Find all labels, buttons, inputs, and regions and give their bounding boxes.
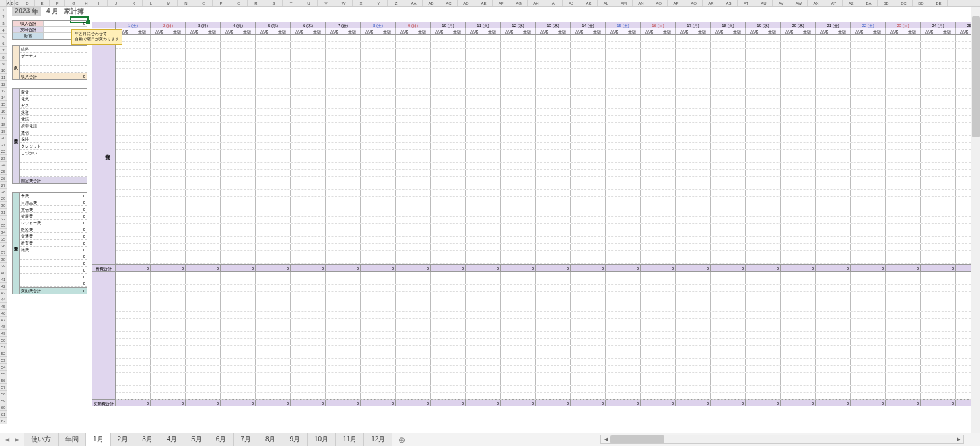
grid-cell[interactable] — [378, 298, 396, 305]
grid-cell[interactable] — [151, 278, 168, 284]
hscroll-thumb[interactable] — [610, 435, 664, 443]
grid-cell[interactable] — [781, 237, 798, 243]
grid-cell[interactable] — [798, 190, 816, 196]
grid-cell[interactable] — [571, 123, 588, 129]
grid-cell[interactable] — [641, 136, 658, 142]
grid-cell[interactable] — [308, 319, 326, 325]
grid-cell[interactable] — [221, 156, 238, 162]
grid-cell[interactable] — [676, 82, 693, 88]
grid-cell[interactable] — [588, 319, 606, 325]
grid-cell[interactable] — [518, 359, 536, 365]
grid-cell[interactable] — [728, 278, 746, 284]
grid-cell[interactable] — [343, 298, 361, 305]
grid-cell[interactable] — [728, 129, 746, 135]
grid-cell[interactable] — [606, 292, 623, 298]
grid-cell[interactable] — [938, 359, 956, 365]
grid-cell[interactable] — [518, 163, 536, 169]
grid-cell[interactable] — [133, 163, 151, 169]
grid-cell[interactable] — [903, 96, 921, 102]
grid-cell[interactable] — [641, 352, 658, 358]
grid-cell[interactable] — [588, 55, 606, 61]
grid-cell[interactable] — [798, 96, 816, 102]
grid-cell[interactable] — [746, 332, 763, 338]
box-item-label[interactable]: 通信 — [20, 129, 50, 135]
grid-cell[interactable] — [763, 49, 781, 55]
grid-cell[interactable] — [273, 393, 291, 399]
grid-cell[interactable] — [938, 393, 956, 399]
grid-cell[interactable] — [676, 183, 693, 189]
grid-cell[interactable] — [326, 150, 343, 156]
grid-cell[interactable] — [501, 298, 518, 305]
grid-cell[interactable] — [448, 278, 466, 284]
grid-cell[interactable] — [606, 129, 623, 135]
grid-cell[interactable] — [151, 49, 168, 55]
grid-cell[interactable] — [413, 393, 431, 399]
grid-cell[interactable] — [798, 109, 816, 115]
grid-cell[interactable] — [483, 170, 501, 176]
grid-cell[interactable] — [501, 224, 518, 230]
box-item-value[interactable]: 0 — [50, 260, 87, 266]
grid-cell[interactable] — [343, 272, 361, 278]
col-header-AF[interactable]: AF — [493, 0, 510, 6]
grid-cell[interactable] — [361, 102, 378, 108]
grid-cell[interactable] — [553, 230, 571, 236]
grid-cell[interactable] — [343, 170, 361, 176]
grid-cell[interactable] — [116, 177, 133, 183]
grid-cell[interactable] — [886, 217, 903, 223]
grid-cell[interactable] — [431, 190, 448, 196]
grid-cell[interactable] — [833, 230, 851, 236]
grid-cell[interactable] — [168, 366, 186, 372]
grid-cell[interactable] — [641, 319, 658, 325]
grid-cell[interactable] — [483, 156, 501, 162]
grid-cell[interactable] — [483, 346, 501, 352]
sheet-tab-1月[interactable]: 1月 — [86, 433, 111, 447]
grid-cell[interactable] — [431, 230, 448, 236]
grid-cell[interactable] — [238, 102, 256, 108]
grid-cell[interactable] — [326, 183, 343, 189]
grid-cell[interactable] — [431, 183, 448, 189]
grid-cell[interactable] — [448, 285, 466, 291]
grid-cell[interactable] — [413, 129, 431, 135]
grid-cell[interactable] — [868, 190, 886, 196]
grid-cell[interactable] — [571, 393, 588, 399]
grid-cell[interactable] — [711, 373, 728, 379]
grid-cell[interactable] — [221, 332, 238, 338]
grid-cell[interactable] — [693, 373, 711, 379]
grid-cell[interactable] — [518, 251, 536, 257]
grid-cell[interactable] — [466, 292, 483, 298]
grid-cell[interactable] — [396, 136, 413, 142]
grid-cell[interactable] — [431, 55, 448, 61]
grid-cell[interactable] — [571, 210, 588, 216]
grid-cell[interactable] — [658, 319, 676, 325]
grid-cell[interactable] — [378, 319, 396, 325]
grid-cell[interactable] — [938, 325, 956, 331]
grid-cell[interactable] — [816, 224, 833, 230]
grid-cell[interactable] — [921, 292, 938, 298]
grid-cell[interactable] — [273, 96, 291, 102]
grid-cell[interactable] — [186, 177, 203, 183]
grid-cell[interactable] — [501, 109, 518, 115]
grid-cell[interactable] — [571, 82, 588, 88]
grid-cell[interactable] — [291, 386, 308, 392]
grid-cell[interactable] — [728, 237, 746, 243]
grid-cell[interactable] — [256, 42, 273, 48]
grid-cell[interactable] — [238, 210, 256, 216]
grid-cell[interactable] — [361, 143, 378, 149]
grid-cell[interactable] — [676, 102, 693, 108]
grid-cell[interactable] — [448, 305, 466, 311]
grid-cell[interactable] — [553, 150, 571, 156]
grid-cell[interactable] — [798, 102, 816, 108]
grid-cell[interactable] — [921, 75, 938, 82]
grid-cell[interactable] — [553, 373, 571, 379]
col-header-AJ[interactable]: AJ — [563, 0, 580, 6]
grid-cell[interactable] — [378, 82, 396, 88]
grid-cell[interactable] — [781, 224, 798, 230]
grid-cell[interactable] — [536, 366, 553, 372]
grid-cell[interactable] — [921, 251, 938, 257]
grid-cell[interactable] — [641, 35, 658, 41]
grid-cell[interactable] — [273, 49, 291, 55]
grid-cell[interactable] — [203, 89, 221, 95]
grid-cell[interactable] — [413, 339, 431, 345]
grid-cell[interactable] — [483, 298, 501, 305]
grid-cell[interactable] — [396, 237, 413, 243]
